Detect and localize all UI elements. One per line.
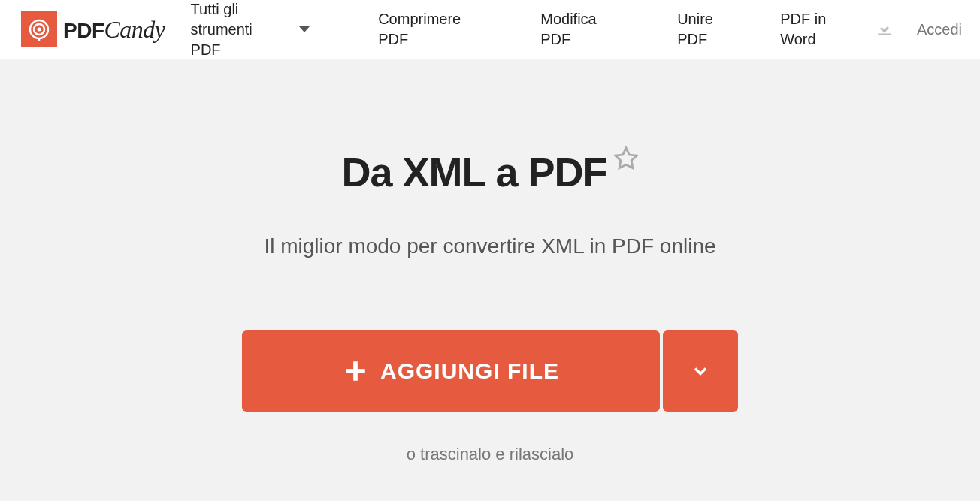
add-file-button[interactable]: AGGIUNGI FILE <box>242 330 660 412</box>
nav-item-label: Modifica PDF <box>540 11 596 47</box>
nav-all-tools[interactable]: Tutti gli strumenti PDF <box>180 0 323 60</box>
nav-compress[interactable]: Comprimere PDF <box>368 9 501 50</box>
logo-text: PDFCandy <box>63 16 165 44</box>
header-actions: Accedi <box>873 17 962 42</box>
download-icon[interactable] <box>873 17 896 42</box>
chevron-down-icon <box>690 361 711 382</box>
svg-marker-4 <box>615 148 636 168</box>
svg-point-2 <box>38 28 41 32</box>
nav-item-label: Comprimere PDF <box>378 11 461 47</box>
chevron-down-icon <box>299 26 310 32</box>
candy-spiral-icon <box>28 18 50 41</box>
logo[interactable]: PDFCandy <box>21 11 165 47</box>
subtitle: Il miglior modo per convertire XML in PD… <box>264 234 715 258</box>
title-row: Da XML a PDF <box>341 149 638 195</box>
logo-pdf: PDF <box>63 19 104 42</box>
logo-icon <box>21 11 57 47</box>
add-file-button-group: AGGIUNGI FILE <box>242 330 738 412</box>
plus-icon <box>343 358 368 384</box>
nav: Tutti gli strumenti PDF Comprimere PDF M… <box>180 0 873 60</box>
drop-hint: o trascinalo e rilascialo <box>407 445 574 464</box>
nav-item-label: PDF in Word <box>780 11 826 47</box>
login-link[interactable]: Accedi <box>917 21 962 38</box>
nav-item-label: Unire PDF <box>677 11 713 47</box>
nav-merge[interactable]: Unire PDF <box>667 9 755 50</box>
nav-item-label: Tutti gli strumenti PDF <box>191 0 281 60</box>
nav-edit[interactable]: Modifica PDF <box>530 9 637 50</box>
add-file-label: AGGIUNGI FILE <box>380 358 559 384</box>
add-file-dropdown-button[interactable] <box>663 330 738 412</box>
header: PDFCandy Tutti gli strumenti PDF Comprim… <box>0 0 980 59</box>
nav-to-word[interactable]: PDF in Word <box>770 9 873 50</box>
main: Da XML a PDF Il miglior modo per convert… <box>0 59 980 464</box>
page-title: Da XML a PDF <box>341 149 606 195</box>
favorite-star-icon[interactable] <box>613 146 639 174</box>
logo-candy: Candy <box>104 16 165 43</box>
